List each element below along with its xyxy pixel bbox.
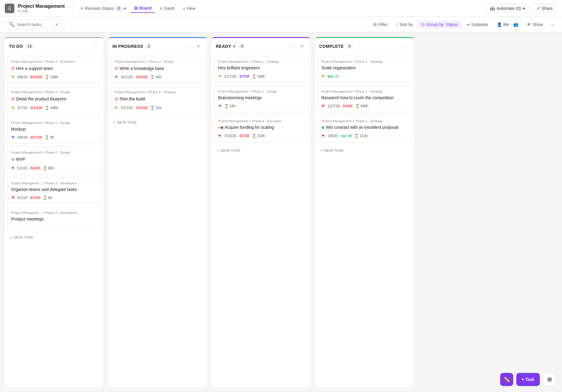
task-card[interactable]: Project Manageme... > Phase 3 - Developm…	[7, 207, 101, 229]
flag-icon: ⚑	[321, 104, 325, 108]
search-box[interactable]: 🔍 ▾	[5, 19, 65, 29]
col-count: 2	[146, 44, 152, 49]
project-subtitle: 4 Lists	[18, 9, 65, 13]
col-title: COMPLETE	[319, 44, 344, 49]
task-card[interactable]: Project Management > Phase 4 - Execution…	[214, 115, 308, 142]
task-card[interactable]: Project Management > Phase 2 - Design⊖Wr…	[111, 56, 204, 83]
card-path: Project Manageme... > Phase 3 - Developm…	[11, 211, 97, 215]
card-meta: ⚑8/8/20 - 8/28/20⌛ 168h	[11, 75, 97, 79]
search-icon: 🔍	[9, 22, 15, 27]
col-header-ready: READY ✓3···+	[212, 38, 310, 53]
card-title: Mockup	[11, 126, 97, 132]
view-nav[interactable]: + View	[179, 4, 199, 13]
search-input[interactable]	[17, 22, 53, 27]
hours: ⌛ 8h	[43, 196, 52, 200]
more-options-button[interactable]: ···	[548, 20, 557, 29]
group-icon: ⊙	[421, 22, 425, 27]
grid-view-button[interactable]: ⊞	[543, 373, 556, 386]
green-diamond-icon: ◆	[321, 125, 326, 130]
date-range: 2/17/20 - 2/23/20	[121, 106, 148, 110]
divider	[73, 4, 73, 13]
task-card[interactable]: Project Management > Phase 2 - DesignBra…	[214, 86, 308, 113]
column-complete: COMPLETE3···Project Management > Phase 1…	[315, 37, 414, 387]
date-end: 8/28/20	[30, 75, 42, 79]
automate-button[interactable]: 🤖 Automate (0) ▾	[485, 4, 529, 13]
date-range: 7/23/20 - 8/7/20	[224, 134, 249, 138]
card-path: Project Management > Phase 1 - Strategy	[321, 90, 407, 93]
hourglass-icon: ⌛	[45, 135, 49, 140]
col-add-button[interactable]: +	[194, 42, 203, 50]
col-more-button[interactable]: ···	[401, 42, 410, 50]
new-task-button[interactable]: + NEW TASK	[317, 145, 411, 156]
add-task-button[interactable]: + Task	[516, 373, 540, 386]
gantt-nav[interactable]: ≡ Gantt	[156, 4, 178, 13]
show-button[interactable]: 👁 Show	[523, 20, 546, 29]
task-card[interactable]: Project Management > Phase 2 - DesignMoc…	[7, 117, 101, 144]
hourglass-icon: ⌛	[252, 74, 256, 79]
priority-urgent-icon: ⊖	[114, 65, 118, 72]
date-start: 5/1/20 -	[17, 166, 30, 170]
task-card[interactable]: Project Management > Phase 2 - Design⊖MV…	[7, 147, 101, 174]
task-card[interactable]: Project Management > Phase 1 - StrategyH…	[214, 56, 308, 83]
card-meta: ⚑5/1/20 - 6/4/20⌛ 80h	[11, 166, 97, 171]
task-card[interactable]: Project Management > Phase 1 - Strategy◆…	[317, 115, 411, 142]
task-card[interactable]: Project Management > Phase 1 - StrategyS…	[317, 56, 411, 83]
top-nav: ≡ Revision Status 2 ▾ ⊞ Board ≡ Gantt + …	[77, 4, 199, 13]
col-title: IN PROGRESS	[112, 44, 143, 49]
sortby-button[interactable]: ↕ Sort by	[393, 20, 416, 29]
col-more-button[interactable]: ···	[287, 42, 295, 50]
top-bar: ☰ Project Management 4 Lists ≡ Revision …	[0, 0, 562, 17]
date-end: 4/27/20	[30, 135, 42, 140]
groupby-button[interactable]: ⊙ Group by: Status	[418, 20, 461, 29]
date-range: 4/8/20 - 4/27/20	[17, 135, 42, 140]
card-path: Project Management > Phase 4 - Execution	[218, 119, 304, 123]
card-path: Project Manageme... > Phase 3 - Developm…	[11, 181, 97, 185]
col-more-button[interactable]: ···	[91, 42, 99, 50]
board-nav[interactable]: ⊞ Board	[131, 4, 155, 13]
hourglass-icon: ⌛	[150, 106, 155, 110]
hours: ⌛ 168h	[252, 74, 265, 79]
col-header-todo: TO DO12···	[5, 38, 103, 53]
users-icon: 👥	[513, 22, 518, 27]
card-title: Scale organization	[321, 65, 407, 71]
date-range: 3/21/20 - 3/25/20	[121, 75, 148, 79]
card-meta: ⚑3/21/20 - 3/25/20⌛ 40h	[114, 75, 201, 79]
task-card[interactable]: Project Management > Phase 1 - Strategy⊖…	[111, 86, 204, 114]
col-add-button[interactable]: +	[298, 42, 306, 50]
new-task-button[interactable]: + NEW TASK	[214, 145, 308, 156]
task-card[interactable]: Project Management > Phase 1 - StrategyR…	[317, 86, 411, 113]
flag-icon: ⚑	[218, 74, 222, 79]
hours: ⌛ 448h	[355, 104, 369, 108]
revision-status-nav[interactable]: ≡ Revision Status 2 ▾	[77, 4, 129, 13]
subtasks-button[interactable]: ↪ Subtasks	[462, 20, 492, 29]
hours: ⌛ 168h	[45, 75, 58, 79]
card-title: Product meetings	[11, 216, 97, 222]
date-range: 8/8/20 - 8/28/20	[17, 75, 42, 79]
card-path: Project Management > Phase 2 - Design	[11, 121, 97, 125]
task-card[interactable]: Project Manageme... > Phase 3 - Developm…	[7, 177, 101, 204]
share-button[interactable]: ↗ Share	[532, 4, 557, 13]
new-task-button[interactable]: + NEW TASK	[7, 232, 101, 243]
me-button[interactable]: 👤 Me · 👥	[493, 20, 522, 29]
task-card[interactable]: Project Management > Phase 2 - Design⊖De…	[7, 86, 101, 114]
card-meta: ⚑4/8/20 - 4/27/20⌛ 8h	[11, 135, 97, 140]
toolbar-right: ⊟ Filter ↕ Sort by ⊙ Group by: Status ↪ …	[369, 20, 557, 29]
task-card[interactable]: Project Management > Phase 4 - Execution…	[7, 56, 101, 83]
hourglass-icon: ⌛	[252, 134, 256, 138]
new-task-button[interactable]: + NEW TASK	[111, 117, 204, 128]
filter-button[interactable]: ⊟ Filter	[369, 20, 391, 29]
card-meta: ⚑Mar 17	[321, 74, 407, 79]
top-right: 🤖 Automate (0) ▾ ↗ Share	[485, 4, 557, 13]
hours: ⌛ 40h	[150, 75, 161, 79]
card-path: Project Management > Phase 2 - Design	[114, 60, 201, 63]
edit-button[interactable]: ✏️	[500, 373, 513, 386]
col-body-todo: Project Management > Phase 4 - Execution…	[5, 53, 103, 387]
subtasks-icon: ↪	[466, 22, 470, 27]
hours: ⌛ 8h	[45, 135, 54, 140]
column-todo: TO DO12···Project Management > Phase 4 -…	[5, 37, 103, 387]
col-body-ready: Project Management > Phase 1 - StrategyH…	[212, 53, 310, 387]
plus-icon: +	[320, 148, 322, 153]
col-more-button[interactable]: ···	[184, 42, 192, 50]
card-title: Research how to crush the competition	[321, 95, 407, 101]
hours: ⌛ 32h	[150, 106, 161, 110]
